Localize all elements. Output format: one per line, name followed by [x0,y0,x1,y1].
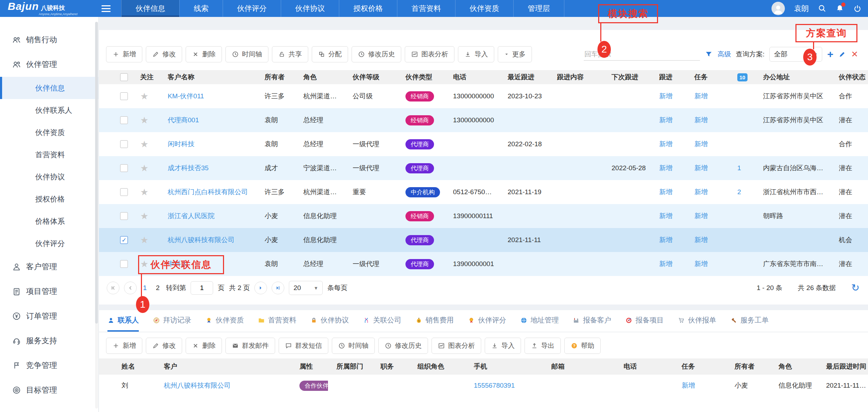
删除-button[interactable]: 删除 [186,338,222,354]
nav-tab[interactable]: 管理层 [513,0,564,17]
next-page-button[interactable] [254,282,267,294]
detail-tab[interactable]: 伙伴资质 [205,310,244,332]
page-number[interactable]: 2 [154,284,162,292]
时间轴-button[interactable]: 时间轴 [225,46,268,62]
群发邮件-button[interactable]: 群发邮件 [225,338,275,354]
nav-tab[interactable]: 伙伴资质 [455,0,513,17]
page-number[interactable]: 1 [141,284,149,292]
page-size-select[interactable]: 20 ▼ [289,281,323,295]
refresh-icon[interactable]: ↻ [851,283,860,293]
add-follow-link[interactable]: 新增 [659,92,672,100]
sidebar-sub-item[interactable]: 伙伴协议 [0,166,98,188]
sidebar-sub-item[interactable]: 授权价格 [0,188,98,210]
新增-button[interactable]: 新增 [106,46,142,62]
favorite-star-icon[interactable]: ★ [140,91,148,102]
table-row[interactable]: ★ KM-伙伴011 许三多 杭州渠道经理 公司级 经销商 1300000000… [99,84,868,108]
sidebar-group-item[interactable]: 目标管理 [0,378,98,402]
sidebar-group-item[interactable]: 伙伴管理 [0,52,98,77]
nav-tab[interactable]: 首营资料 [397,0,455,17]
count-link[interactable]: 2 [737,188,741,196]
导入-button[interactable]: 导入 [458,46,494,62]
add-task-link[interactable]: 新增 [694,92,708,100]
favorite-star-icon[interactable]: ★ [140,163,148,173]
detail-tab[interactable]: 报备客户 [573,310,611,332]
sidebar-sub-item[interactable]: 伙伴信息 [0,77,98,99]
partner-name-link[interactable]: 浙江省人民医院 [168,212,215,220]
add-follow-link[interactable]: 新增 [659,164,672,172]
favorite-star-icon[interactable]: ★ [140,211,148,221]
nav-tab[interactable]: 伙伴评分 [223,0,281,17]
分配-button[interactable]: 分配 [312,46,348,62]
nav-tab[interactable]: 伙伴协议 [281,0,339,17]
图表分析-button[interactable]: 图表分析 [432,338,481,354]
table-row[interactable]: ★ 闲时科技 袁朗 总经理 一级代理 代理商 2022-02-18 新增 新增 … [99,132,868,156]
row-checkbox[interactable] [120,188,128,196]
row-checkbox[interactable]: ✓ [120,236,128,244]
sidebar-sub-item[interactable]: 伙伴资质 [0,121,98,143]
sidebar-group-item[interactable]: 服务支持 [0,328,98,353]
last-page-button[interactable] [272,282,284,294]
add-task-link[interactable]: 新增 [694,236,708,244]
sidebar-group-item[interactable]: 客户管理 [0,254,98,279]
count-link[interactable]: 1 [737,164,741,172]
群发短信-button[interactable]: 群发短信 [279,338,328,354]
add-follow-link[interactable]: 新增 [659,116,672,124]
notification-bell-icon[interactable] [836,4,844,13]
nav-tab[interactable]: 授权价格 [339,0,397,17]
table-row[interactable]: ★ 代理商001 袁朗 总经理 经销商 13000000000 新增 新增 江苏… [99,108,868,132]
table-row[interactable]: ★ 成才科技否35 成才 宁波渠道经理 一级代理 代理商 2022-05-28 … [99,156,868,180]
customer-link[interactable]: 杭州八骏科技有限公司 [164,382,231,389]
add-task-link[interactable]: 新增 [694,164,708,172]
导出-button[interactable]: 导出 [525,338,561,354]
partner-name-link[interactable]: 闲时科技 [168,140,194,148]
add-follow-link[interactable]: 新增 [659,188,672,196]
filter-funnel-icon[interactable] [705,50,713,58]
partner-name-link[interactable]: 成才科技否35 [168,164,209,172]
edit-scheme-icon[interactable] [838,50,846,58]
add-follow-link[interactable]: 新增 [659,260,672,268]
detail-tab[interactable]: 关联公司 [363,310,401,332]
power-icon[interactable] [853,4,862,13]
sidebar-sub-item[interactable]: 价格体系 [0,210,98,232]
row-checkbox[interactable] [120,92,128,100]
修改历史-button[interactable]: 修改历史 [378,338,428,354]
修改-button[interactable]: 修改 [146,338,182,354]
nav-tab[interactable]: 伙伴信息 [121,0,179,17]
partner-name-link[interactable]: 代理商001 [168,116,199,124]
detail-tab[interactable]: 拜访记录 [153,310,191,332]
add-follow-link[interactable]: 新增 [659,140,672,148]
prev-page-button[interactable] [124,282,137,294]
detail-tab[interactable]: 伙伴评分 [468,310,506,332]
add-task-link[interactable]: 新增 [694,260,708,268]
user-name[interactable]: 袁朗 [794,4,809,13]
修改-button[interactable]: 修改 [146,46,182,62]
删除-button[interactable]: 删除 [186,46,222,62]
帮助-button[interactable]: ?帮助 [564,338,601,354]
select-all-checkbox[interactable] [120,73,128,81]
menu-toggle-icon[interactable] [101,0,113,17]
favorite-star-icon[interactable]: ★ [140,139,148,149]
add-task-link[interactable]: 新增 [694,212,708,220]
detail-tab[interactable]: 伙伴报单 [678,310,716,332]
add-follow-link[interactable]: 新增 [659,212,672,220]
时间轴-button[interactable]: 时间轴 [332,338,375,354]
sidebar-sub-item[interactable]: 首营资料 [0,143,98,166]
detail-tab[interactable]: 地址管理 [520,310,559,332]
图表分析-button[interactable]: 图表分析 [405,46,454,62]
nav-tab[interactable]: 线索 [179,0,223,17]
add-task-link[interactable]: 新增 [694,116,708,124]
partner-name-link[interactable]: KM-伙伴011 [168,92,204,100]
add-task-link[interactable]: 新增 [694,140,708,148]
detail-tab[interactable]: 服务工单 [730,310,769,332]
goto-page-input[interactable] [191,281,213,295]
新增-button[interactable]: 新增 [106,338,142,354]
add-task-link[interactable]: 新增 [682,382,695,389]
add-follow-link[interactable]: 新增 [659,236,672,244]
row-checkbox[interactable] [120,212,128,220]
add-scheme-icon[interactable]: + [827,49,833,60]
table-row[interactable]: ★ 杭州西门点白科技有限公司 许三多 杭州渠道经理 重要 中介机构 0512-6… [99,180,868,204]
sidebar-group-item[interactable]: 项目管理 [0,279,98,304]
first-page-button[interactable] [107,282,119,294]
detail-tab[interactable]: $销售费用 [415,310,454,332]
sidebar-group-item[interactable]: 订单管理 [0,304,98,328]
